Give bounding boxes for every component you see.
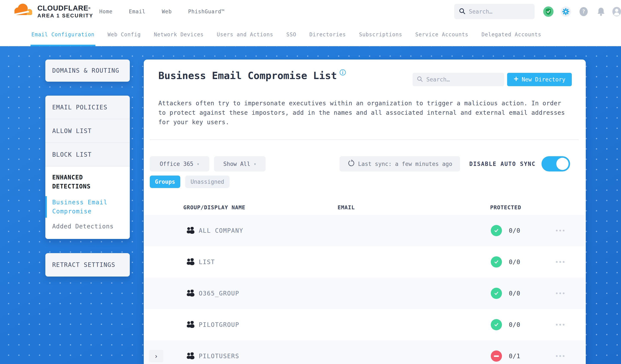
search-icon — [459, 8, 466, 15]
group-name: ALL COMPANY — [199, 227, 243, 234]
chevron-right-icon: › — [154, 352, 158, 360]
column-header-group-display-name: GROUP/DISPLAY NAME — [183, 204, 245, 210]
protected-badge — [491, 350, 502, 362]
page-description: Attackers often try to impersonate execu… — [158, 99, 571, 127]
directory-search-input[interactable] — [426, 76, 500, 83]
protected-count: 0/0 — [509, 290, 520, 297]
help-icon[interactable]: ? — [579, 7, 588, 17]
row-menu-button[interactable] — [556, 355, 565, 357]
last-sync-button[interactable]: Last sync: a few minutes ago — [340, 156, 460, 172]
refresh-icon — [347, 160, 355, 168]
nav-item-phishguard[interactable]: PhishGuard™ — [188, 9, 224, 15]
nav-item-email[interactable]: Email — [129, 9, 145, 15]
sidebar-item-allow-list[interactable]: ALLOW LIST — [45, 119, 130, 143]
nav-item-web[interactable]: Web — [162, 9, 172, 15]
table-row[interactable]: PILOTGROUP 0/0 — [144, 309, 586, 340]
sidebar-policies-card: EMAIL POLICIES ALLOW LIST BLOCK LIST ENH… — [45, 96, 130, 239]
row-menu-button[interactable] — [556, 230, 565, 231]
brand-name: CLOUDFLARE® — [37, 4, 93, 13]
protected-badge — [491, 256, 502, 268]
table-row[interactable]: › PILOTUSERS 0/1 — [144, 340, 586, 364]
app: CLOUDFLARE® AREA 1 SECURITY Home Email W… — [0, 0, 621, 364]
sidebar-item-block-list[interactable]: BLOCK LIST — [45, 143, 130, 167]
protected-count: 0/0 — [509, 259, 520, 266]
toggle-knob — [556, 158, 569, 170]
directory-search[interactable] — [413, 73, 504, 86]
global-search[interactable] — [454, 4, 535, 19]
auto-sync-toggle[interactable] — [541, 156, 570, 172]
cloudflare-cloud-icon — [12, 2, 34, 17]
directory-type-dropdown[interactable]: Office 365 ▾ — [150, 156, 209, 172]
tab-sso[interactable]: SSO — [286, 23, 296, 46]
group-name: O365_GROUP — [199, 290, 239, 297]
settings-gear-icon[interactable] — [561, 6, 571, 17]
tab-subscriptions[interactable]: Subscriptions — [359, 23, 402, 46]
caret-down-icon: ▾ — [197, 161, 199, 167]
protected-badge — [491, 319, 502, 330]
plus-icon — [514, 76, 519, 83]
sidebar-section-enhanced-detections: ENHANCED DETECTIONS Business Email Compr… — [45, 167, 130, 239]
top-header: CLOUDFLARE® AREA 1 SECURITY Home Email W… — [0, 0, 621, 23]
sidebar-item-enhanced-detections[interactable]: ENHANCED DETECTIONS — [52, 173, 115, 191]
group-people-icon — [186, 290, 195, 298]
protected-count: 0/0 — [509, 321, 520, 328]
global-search-input[interactable] — [469, 8, 530, 15]
brand-subtitle: AREA 1 SECURITY — [37, 13, 93, 19]
group-table: ALL COMPANY 0/0 LIST — [144, 215, 586, 364]
view-tab-groups[interactable]: Groups — [150, 175, 180, 188]
sidebar-item-email-policies[interactable]: EMAIL POLICIES — [45, 96, 130, 119]
section-tabs: Email Configuration Web Config Network D… — [0, 23, 621, 46]
user-avatar-icon[interactable] — [612, 7, 621, 17]
group-name: LIST — [199, 259, 215, 266]
svg-text:?: ? — [582, 9, 585, 15]
brand-logo: CLOUDFLARE® AREA 1 SECURITY — [12, 2, 93, 19]
row-menu-button[interactable] — [556, 293, 565, 294]
table-row[interactable]: ALL COMPANY 0/0 — [144, 215, 586, 246]
protection-status-icon[interactable] — [543, 6, 553, 17]
table-row[interactable]: O365_GROUP 0/0 — [144, 277, 586, 309]
search-icon — [417, 76, 423, 83]
sidebar-item-domains-routing[interactable]: DOMAINS & ROUTING — [45, 60, 130, 82]
show-filter-dropdown[interactable]: Show All ▾ — [214, 156, 266, 172]
expand-row-button[interactable]: › — [149, 350, 163, 362]
group-people-icon — [186, 227, 195, 235]
info-icon[interactable] — [340, 66, 346, 78]
notifications-bell-icon[interactable] — [597, 7, 605, 17]
protected-badge — [491, 288, 502, 299]
sidebar-item-added-detections[interactable]: Added Detections — [52, 223, 123, 230]
sidebar-item-retract-settings[interactable]: RETRACT SETTINGS — [45, 253, 130, 277]
content-canvas: DOMAINS & ROUTING EMAIL POLICIES ALLOW L… — [0, 46, 621, 364]
new-directory-button[interactable]: New Directory — [507, 73, 572, 86]
divider — [150, 139, 579, 140]
row-menu-button[interactable] — [556, 261, 565, 263]
group-people-icon — [186, 352, 195, 361]
tab-delegated-accounts[interactable]: Delegated Accounts — [482, 23, 541, 46]
group-people-icon — [186, 321, 195, 329]
sidebar-item-business-email-compromise[interactable]: Business Email Compromise — [52, 198, 108, 216]
nav-item-home[interactable]: Home — [99, 9, 113, 15]
tab-network-devices[interactable]: Network Devices — [154, 23, 204, 46]
protected-count: 0/0 — [509, 227, 520, 234]
tab-directories[interactable]: Directories — [310, 23, 346, 46]
group-people-icon — [186, 258, 195, 266]
protected-badge — [491, 225, 502, 236]
tab-web-config[interactable]: Web Config — [108, 23, 141, 46]
tab-email-configuration[interactable]: Email Configuration — [31, 23, 95, 46]
primary-nav: Home Email Web PhishGuard™ — [99, 0, 224, 23]
auto-sync-label: DISABLE AUTO SYNC — [469, 161, 536, 167]
group-name: PILOTUSERS — [199, 353, 239, 360]
table-row[interactable]: LIST 0/0 — [144, 246, 586, 277]
page-title: Business Email Compromise List — [158, 70, 346, 81]
group-name: PILOTGROUP — [199, 321, 239, 328]
protected-count: 0/1 — [509, 353, 520, 360]
tab-users-and-actions[interactable]: Users and Actions — [217, 23, 273, 46]
view-tab-unassigned[interactable]: Unassigned — [185, 175, 229, 188]
caret-down-icon: ▾ — [254, 161, 256, 167]
column-header-email: EMAIL — [338, 204, 355, 210]
main-card: Business Email Compromise List New Direc… — [144, 60, 586, 364]
table-header: GROUP/DISPLAY NAME EMAIL PROTECTED — [144, 201, 586, 213]
row-menu-button[interactable] — [556, 324, 565, 326]
minus-icon — [494, 355, 499, 357]
tab-service-accounts[interactable]: Service Accounts — [415, 23, 468, 46]
column-header-protected: PROTECTED — [490, 204, 521, 210]
